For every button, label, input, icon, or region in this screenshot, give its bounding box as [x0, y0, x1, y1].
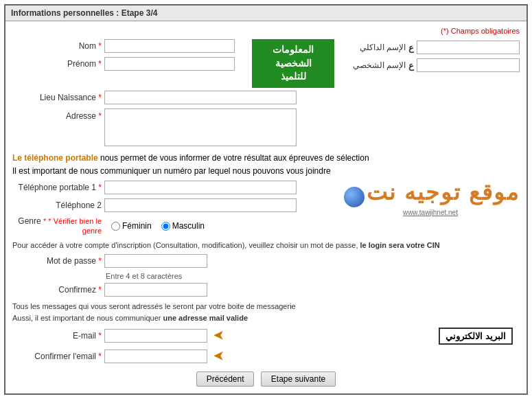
- mdp-hint: Entre 4 et 8 caractères: [106, 272, 520, 280]
- tel2-label: Téléphone 2: [12, 200, 102, 210]
- mdp-label: Mot de passe *: [12, 256, 102, 266]
- button-row: Précédent Etape suivante: [12, 371, 520, 387]
- confirm-email-input[interactable]: [104, 350, 207, 363]
- genre-row: Genre * * Vérifier bien le genre Féminin…: [12, 216, 520, 236]
- suivant-button[interactable]: Etape suivante: [261, 371, 336, 387]
- lieu-naissance-row: Lieu Naissance *: [12, 91, 520, 104]
- arabic-prenom-row: الإسم الشخصي ع: [341, 58, 520, 72]
- lieu-naissance-label: Lieu Naissance *: [12, 93, 102, 102]
- confirmez-label: Confirmez *: [12, 285, 102, 295]
- watermark-logo-container: موقع توجيه نت: [341, 179, 520, 209]
- email-label: E-mail *: [12, 331, 102, 341]
- masculin-option[interactable]: Masculin: [161, 221, 205, 231]
- confirmez-input[interactable]: [104, 283, 207, 297]
- arabic-section-box: المعلومات الشخصية للتلميذ: [252, 39, 334, 88]
- prenom-row: Prénom *: [12, 57, 245, 71]
- phone-title: Le téléphone portable: [12, 153, 98, 163]
- masculin-radio[interactable]: [161, 222, 170, 231]
- confirm-email-row: Confirmer l'email * ➤: [12, 348, 520, 365]
- arabic-box-container: المعلومات الشخصية للتلميذ: [245, 39, 341, 88]
- confirm-email-arrow-icon: ➤: [213, 348, 224, 365]
- arabic-nom-row: الإسم الداكلي ع: [341, 41, 520, 54]
- feminin-radio[interactable]: [111, 222, 120, 231]
- watermark: موقع توجيه نت www.tawjihnet.net: [341, 179, 520, 216]
- adresse-row: Adresse *: [12, 108, 520, 146]
- arabic-names-section: الإسم الداكلي ع الإسم الشخصي ع: [341, 39, 520, 88]
- mdp-input[interactable]: [104, 254, 207, 268]
- tel1-label: Téléphone portable 1 *: [12, 183, 102, 192]
- email-arrow-icon: ➤: [213, 328, 224, 344]
- tel1-input[interactable]: [104, 181, 297, 194]
- left-form-part: Nom * Prénom *: [12, 39, 245, 88]
- genre-warning-text: * Vérifier bien le genre: [48, 217, 102, 235]
- email-row: E-mail * ➤: [12, 328, 520, 344]
- mdp-row: Mot de passe *: [12, 254, 520, 268]
- nom-input[interactable]: [104, 39, 235, 53]
- top-section: Nom * Prénom * المعلومات الشخصية للتلميذ: [12, 39, 520, 88]
- nom-row: Nom *: [12, 39, 245, 53]
- arabic-prenom-label: الإسم الشخصي: [353, 60, 406, 70]
- watermark-text: موقع توجيه نت: [367, 180, 520, 205]
- confirmez-row: Confirmez *: [12, 283, 520, 297]
- arabic-letter-2: ع: [408, 60, 414, 71]
- email-fields-container: البريد الالكتروني E-mail * ➤ Confirmer l…: [12, 328, 520, 365]
- watermark-ball: [344, 187, 365, 207]
- form-title: Informations personnelles : Etape 3/4: [11, 8, 157, 18]
- watermark-url: www.tawjihnet.net: [341, 209, 520, 216]
- adresse-input[interactable]: [104, 108, 297, 146]
- arabic-prenom-input[interactable]: [417, 58, 520, 72]
- form-header: Informations personnelles : Etape 3/4: [5, 5, 527, 21]
- arabic-letter-1: ع: [408, 43, 414, 53]
- genre-radio-group: Féminin Masculin: [111, 221, 205, 231]
- main-content: (*) Champs obligatoires Nom * Prénom *: [5, 21, 527, 393]
- email-notice: Tous les messages qui vous seront adress…: [12, 301, 520, 325]
- adresse-label: Adresse *: [12, 108, 102, 121]
- confirm-email-label: Confirmer l'email *: [12, 352, 102, 361]
- feminin-option[interactable]: Féminin: [111, 221, 152, 231]
- genre-label: Genre * * Vérifier bien le genre: [12, 216, 102, 236]
- email-input[interactable]: [104, 329, 207, 343]
- precedent-button[interactable]: Précédent: [196, 371, 255, 387]
- arabic-nom-label: الإسم الداكلي: [360, 43, 406, 52]
- lieu-naissance-input[interactable]: [104, 91, 297, 104]
- prenom-input[interactable]: [104, 57, 235, 71]
- obligatoires-text: (*) Champs obligatoires: [12, 27, 520, 35]
- tel2-input[interactable]: [104, 198, 297, 212]
- password-notice: Pour accéder à votre compte d'inscriptio…: [12, 240, 520, 251]
- phone-notice: Le téléphone portable nous permet de vou…: [12, 152, 520, 178]
- form-container: Informations personnelles : Etape 3/4 (*…: [4, 4, 528, 395]
- arabic-nom-input[interactable]: [417, 41, 520, 54]
- nom-label: Nom *: [12, 41, 102, 51]
- prenom-label: Prénom *: [12, 59, 102, 69]
